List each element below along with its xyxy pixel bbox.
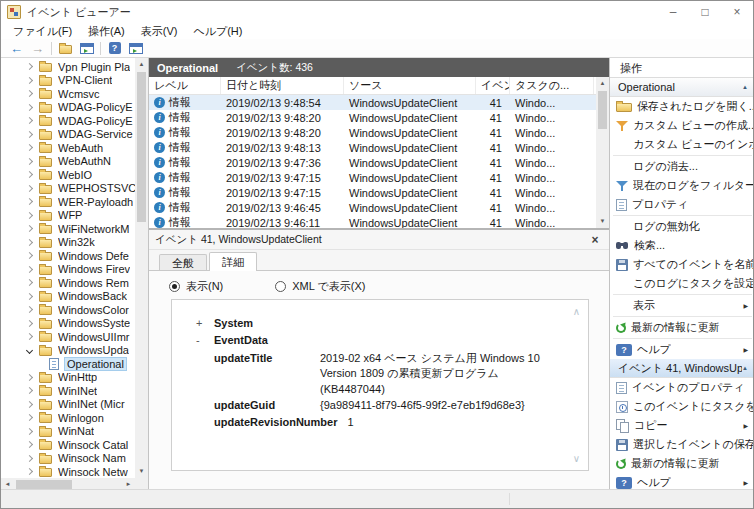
event-row[interactable]: 情報2019/02/13 9:48:54WindowsUpdateClient4… bbox=[149, 95, 596, 110]
chevron-right-icon[interactable] bbox=[26, 185, 33, 192]
tree-item-windowssystem[interactable]: WindowsSyste bbox=[1, 317, 135, 331]
tree-item-webauth[interactable]: WebAuth bbox=[1, 141, 135, 155]
action-find[interactable]: 検索... bbox=[610, 236, 754, 255]
tree-item-winlogon[interactable]: Winlogon bbox=[1, 411, 135, 425]
column-header-level[interactable]: レベル bbox=[149, 77, 221, 94]
action-event-properties[interactable]: イベントのプロパティ bbox=[610, 378, 754, 397]
tree-item-windowsuiimmersive[interactable]: WindowsUIImr bbox=[1, 330, 135, 344]
chevron-right-icon[interactable] bbox=[26, 374, 33, 381]
menu-action[interactable]: 操作(A) bbox=[80, 23, 133, 40]
action-refresh-event[interactable]: 最新の情報に更新 bbox=[610, 454, 754, 473]
event-row[interactable]: 情報2019/02/13 9:46:11WindowsUpdateClient4… bbox=[149, 215, 596, 228]
event-row[interactable]: 情報2019/02/13 9:48:20WindowsUpdateClient4… bbox=[149, 110, 596, 125]
column-header-event-id[interactable]: イベント ... bbox=[476, 77, 510, 94]
chevron-right-icon[interactable] bbox=[26, 279, 33, 286]
column-header-source[interactable]: ソース bbox=[344, 77, 476, 94]
event-row[interactable]: 情報2019/02/13 9:47:15WindowsUpdateClient4… bbox=[149, 185, 596, 200]
tree-item-winsock-network[interactable]: Winsock Netw bbox=[1, 465, 135, 478]
scroll-up-icon[interactable]: ▲ bbox=[596, 77, 609, 90]
chevron-right-icon[interactable] bbox=[26, 320, 33, 327]
action-disable-log[interactable]: ログの無効化 bbox=[610, 217, 754, 236]
column-header-date-time[interactable]: 日付と時刻 bbox=[221, 77, 344, 94]
action-section-operational-log[interactable]: Operational▲ bbox=[610, 78, 754, 97]
action-save-all-events-as[interactable]: すべてのイベントを名前をつ... bbox=[610, 255, 754, 274]
chevron-right-icon[interactable] bbox=[26, 455, 33, 462]
chevron-right-icon[interactable] bbox=[26, 306, 33, 313]
maximize-button[interactable]: □ bbox=[689, 1, 721, 23]
action-import-custom-view[interactable]: カスタム ビューのインポート... bbox=[610, 135, 754, 154]
action-copy[interactable]: コピー▶ bbox=[610, 416, 754, 435]
list-vertical-scrollbar[interactable]: ▲ ▼ bbox=[596, 77, 609, 228]
tree-item-wdag-service[interactable]: WDAG-Service bbox=[1, 128, 135, 142]
radio-xml-view[interactable]: XML で表示(X) bbox=[275, 279, 365, 294]
chevron-right-icon[interactable] bbox=[26, 77, 33, 84]
tree-item-wininet[interactable]: WinINet bbox=[1, 384, 135, 398]
chevron-right-icon[interactable] bbox=[26, 104, 33, 111]
action-create-custom-view[interactable]: カスタム ビューの作成... bbox=[610, 116, 754, 135]
tree-scrollbar-thumb[interactable] bbox=[137, 72, 146, 222]
tree-item-winsock-catalog[interactable]: Winsock Catal bbox=[1, 438, 135, 452]
tree-item-win32k[interactable]: Win32k bbox=[1, 236, 135, 250]
menu-view[interactable]: 表示(V) bbox=[133, 23, 186, 40]
scroll-up-icon[interactable]: ∧ bbox=[573, 306, 580, 317]
action-help[interactable]: ヘルプ▶ bbox=[610, 340, 754, 359]
tree-item-windowsupdateclient[interactable]: WindowsUpda bbox=[1, 344, 135, 358]
tree-item-winsock-name[interactable]: Winsock Nam bbox=[1, 452, 135, 466]
tree-item-vpn-plugin[interactable]: Vpn Plugin Pla bbox=[1, 60, 135, 74]
chevron-right-icon[interactable] bbox=[26, 414, 33, 421]
toolbar-back-button[interactable]: ← bbox=[6, 40, 27, 57]
tree-item-winhttp[interactable]: WinHttp bbox=[1, 371, 135, 385]
chevron-right-icon[interactable] bbox=[26, 90, 33, 97]
action-save-selected-events[interactable]: 選択したイベントの保存... bbox=[610, 435, 754, 454]
tree-item-wininet-micro[interactable]: WinINet (Micr bbox=[1, 398, 135, 412]
tree-item-wcmsvc[interactable]: Wcmsvc bbox=[1, 87, 135, 101]
chevron-right-icon[interactable] bbox=[26, 387, 33, 394]
minimize-button[interactable]: – bbox=[657, 1, 689, 23]
tree-item-windowsbackup[interactable]: WindowsBack bbox=[1, 290, 135, 304]
menu-help[interactable]: ヘルプ(H) bbox=[185, 23, 250, 40]
chevron-right-icon[interactable] bbox=[26, 401, 33, 408]
tree-item-wfp[interactable]: WFP bbox=[1, 209, 135, 223]
collapse-icon[interactable]: ▲ bbox=[742, 365, 748, 371]
chevron-right-icon[interactable] bbox=[26, 158, 33, 165]
action-open-saved-log[interactable]: 保存されたログを開く... bbox=[610, 97, 754, 116]
action-attach-task-to-log[interactable]: このログにタスクを設定... bbox=[610, 274, 754, 293]
event-row[interactable]: 情報2019/02/13 9:48:13WindowsUpdateClient4… bbox=[149, 140, 596, 155]
chevron-right-icon[interactable] bbox=[26, 63, 33, 70]
tree-vertical-scrollbar[interactable]: ▲ ▼ bbox=[135, 58, 148, 478]
tree-item-wdag-policy-2[interactable]: WDAG-PolicyE bbox=[1, 114, 135, 128]
action-filter-current-log[interactable]: 現在のログをフィルター... bbox=[610, 176, 754, 195]
scroll-down-icon[interactable]: ▼ bbox=[135, 465, 148, 478]
scroll-up-icon[interactable]: ▲ bbox=[135, 58, 148, 71]
tree-item-windowscolor[interactable]: WindowsColor bbox=[1, 303, 135, 317]
event-row[interactable]: 情報2019/02/13 9:46:45WindowsUpdateClient4… bbox=[149, 200, 596, 215]
tree-item-webauthn[interactable]: WebAuthN bbox=[1, 155, 135, 169]
tree-item-windows-defender[interactable]: Windows Defe bbox=[1, 249, 135, 263]
radio-friendly-view[interactable]: 表示(N) bbox=[169, 279, 223, 294]
action-clear-log[interactable]: ログの消去... bbox=[610, 157, 754, 176]
tree-item-wifinetwork[interactable]: WiFiNetworkM bbox=[1, 222, 135, 236]
tree-item-winnat[interactable]: WinNat bbox=[1, 425, 135, 439]
toolbar-open-saved-log-button[interactable] bbox=[55, 40, 76, 57]
tree-item-windows-remote[interactable]: Windows Rem bbox=[1, 276, 135, 290]
chevron-right-icon[interactable] bbox=[26, 225, 33, 232]
tree-item-webio[interactable]: WebIO bbox=[1, 168, 135, 182]
chevron-right-icon[interactable] bbox=[26, 198, 33, 205]
action-properties[interactable]: プロパティ bbox=[610, 195, 754, 214]
close-button[interactable]: × bbox=[721, 1, 753, 23]
tree-scrollbar-hthumb[interactable] bbox=[16, 480, 72, 489]
scroll-down-icon[interactable]: ∨ bbox=[573, 453, 580, 464]
chevron-down-icon[interactable] bbox=[26, 347, 33, 354]
tab-details[interactable]: 詳細 bbox=[209, 252, 257, 271]
tree-item-operational[interactable]: Operational bbox=[1, 357, 135, 371]
tree-item-wephostsvc[interactable]: WEPHOSTSVC bbox=[1, 182, 135, 196]
toolbar-forward-button[interactable]: → bbox=[27, 40, 48, 57]
chevron-right-icon[interactable] bbox=[26, 144, 33, 151]
chevron-right-icon[interactable] bbox=[26, 266, 33, 273]
column-header-task-category[interactable]: タスクの... bbox=[510, 77, 594, 94]
expander-icon[interactable]: + bbox=[196, 317, 214, 329]
tree-item-vpn-client[interactable]: VPN-Client bbox=[1, 74, 135, 88]
chevron-right-icon[interactable] bbox=[26, 333, 33, 340]
chevron-right-icon[interactable] bbox=[26, 252, 33, 259]
chevron-right-icon[interactable] bbox=[26, 468, 33, 475]
